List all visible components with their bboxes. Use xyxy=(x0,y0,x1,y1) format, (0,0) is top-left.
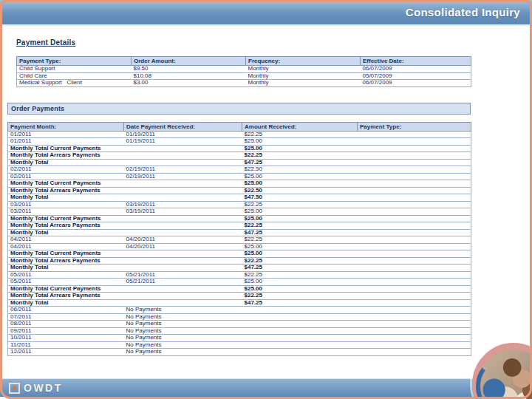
table-row: Monthly Total Arrears Payments$22.25 xyxy=(8,152,471,160)
table-row: Monthly Total$47.25 xyxy=(8,265,471,272)
table-cell xyxy=(358,208,471,216)
table-cell xyxy=(358,145,471,152)
table-cell: Monthly Total Current Payments xyxy=(8,145,124,152)
table-cell xyxy=(358,265,471,272)
table-cell xyxy=(124,180,242,188)
table-cell: 07/2011 xyxy=(8,313,124,321)
table-cell xyxy=(242,341,358,349)
table-cell xyxy=(124,152,242,160)
table-cell: $22.25 xyxy=(242,293,358,300)
table-cell xyxy=(358,307,471,314)
table-cell: 01/2011 xyxy=(8,138,124,146)
table-cell: Monthly Total Arrears Payments xyxy=(8,222,124,230)
column-header: Frequency: xyxy=(246,57,361,66)
table-cell xyxy=(124,145,242,152)
table-cell: Monthly Total xyxy=(8,194,124,202)
table-row: 08/2011No Payments xyxy=(8,321,471,328)
table-cell xyxy=(124,265,242,272)
owdt-logo: OWDT xyxy=(9,382,63,394)
table-cell xyxy=(358,349,471,356)
column-header: Order Amount: xyxy=(132,57,246,66)
table-cell xyxy=(358,293,471,300)
table-cell xyxy=(124,215,242,222)
table-cell xyxy=(242,349,358,356)
table-cell xyxy=(358,313,471,321)
table-cell: $22.50 xyxy=(242,187,358,194)
table-cell: $47.50 xyxy=(242,194,358,202)
table-cell xyxy=(358,138,471,146)
table-cell xyxy=(358,250,471,258)
table-header-row: Payment Type: Order Amount: Frequency: E… xyxy=(17,57,471,66)
table-cell: Child Care xyxy=(17,72,132,80)
table-cell: Monthly Total xyxy=(8,299,124,307)
table-cell xyxy=(124,250,242,258)
table-row: Monthly Total Arrears Payments$22.25 xyxy=(8,257,471,265)
table-row: Monthly Total Arrears Payments$22.50 xyxy=(8,187,471,194)
table-row: Monthly Total Current Payments$25.00 xyxy=(8,215,471,222)
table-cell xyxy=(124,222,242,230)
table-cell xyxy=(358,243,471,250)
order-payments-table: Payment Month: Date Payment Received: Am… xyxy=(7,122,471,356)
column-header: Payment Type: xyxy=(17,57,132,66)
table-cell: 02/2011 xyxy=(8,166,124,174)
table-cell: Monthly Total Current Payments xyxy=(8,250,124,258)
table-row: 02/201102/19/2011$22.50 xyxy=(8,166,471,174)
order-payments-section-title: Order Payments xyxy=(7,103,471,115)
table-cell: 01/2011 xyxy=(8,131,124,138)
table-cell: No Payments xyxy=(124,327,242,335)
table-cell: $25.00 xyxy=(242,285,358,293)
table-row: 04/201104/20/2011$22.25 xyxy=(8,236,471,244)
table-cell: $22.25 xyxy=(242,271,358,279)
table-cell: No Payments xyxy=(124,349,242,356)
table-row: 05/201105/21/2011$22.25 xyxy=(8,271,471,279)
table-cell xyxy=(358,327,471,335)
table-cell: No Payments xyxy=(124,307,242,314)
table-cell: Monthly xyxy=(246,80,361,87)
table-cell: Monthly Total xyxy=(8,159,124,166)
table-cell: 09/2011 xyxy=(8,327,124,335)
table-cell xyxy=(242,307,358,314)
table-cell: 03/19/2011 xyxy=(124,201,242,208)
table-cell: Monthly Total Arrears Payments xyxy=(8,152,124,160)
table-row: 04/201104/20/2011$25.00 xyxy=(8,243,471,250)
table-cell: 06/07/2009 xyxy=(361,66,471,73)
table-cell: $47.25 xyxy=(242,229,358,236)
table-cell xyxy=(124,194,242,202)
table-cell: $3.00 xyxy=(132,80,246,87)
column-header: Payment Month: xyxy=(8,122,124,131)
table-cell: No Payments xyxy=(124,313,242,321)
table-cell: Child Support xyxy=(17,66,132,73)
table-cell xyxy=(358,236,471,244)
table-cell: $22.25 xyxy=(242,222,358,230)
table-cell: $9.50 xyxy=(132,66,246,73)
table-cell: $25.00 xyxy=(242,145,358,152)
table-cell: $47.25 xyxy=(242,265,358,272)
column-header: Amount Received: xyxy=(242,122,358,131)
table-row: Monthly Total Current Payments$25.00 xyxy=(8,180,471,188)
slide-header-bar: Consolidated Inquiry xyxy=(0,0,532,26)
table-cell xyxy=(358,341,471,349)
table-cell: $22.25 xyxy=(242,236,358,244)
table-cell: $25.00 xyxy=(242,173,358,180)
table-cell: 05/21/2011 xyxy=(124,271,242,279)
table-row: 09/2011No Payments xyxy=(8,327,471,335)
table-row: Monthly Total$47.25 xyxy=(8,299,471,307)
table-row: 10/2011No Payments xyxy=(8,335,471,342)
table-cell xyxy=(124,257,242,265)
table-cell: $25.00 xyxy=(242,250,358,258)
slide-title: Consolidated Inquiry xyxy=(406,6,520,18)
table-row: 01/201101/19/2011$25.00 xyxy=(8,138,471,146)
table-row: Monthly Total Current Payments$25.00 xyxy=(8,285,471,293)
table-cell: $22.25 xyxy=(242,131,358,138)
table-cell: 08/2011 xyxy=(8,321,124,328)
table-row: 02/201102/19/2011$25.00 xyxy=(8,173,471,180)
table-cell: No Payments xyxy=(124,321,242,328)
table-cell: 11/2011 xyxy=(8,341,124,349)
column-header: Effective Date: xyxy=(361,57,471,66)
table-row: Child Support$9.50Monthly06/07/2009 xyxy=(17,66,471,73)
table-cell xyxy=(358,229,471,236)
table-cell: 05/07/2009 xyxy=(361,72,471,80)
table-cell: Monthly Total Arrears Payments xyxy=(8,257,124,265)
table-cell xyxy=(358,152,471,160)
table-row: Child Care$10.08Monthly05/07/2009 xyxy=(17,72,471,80)
